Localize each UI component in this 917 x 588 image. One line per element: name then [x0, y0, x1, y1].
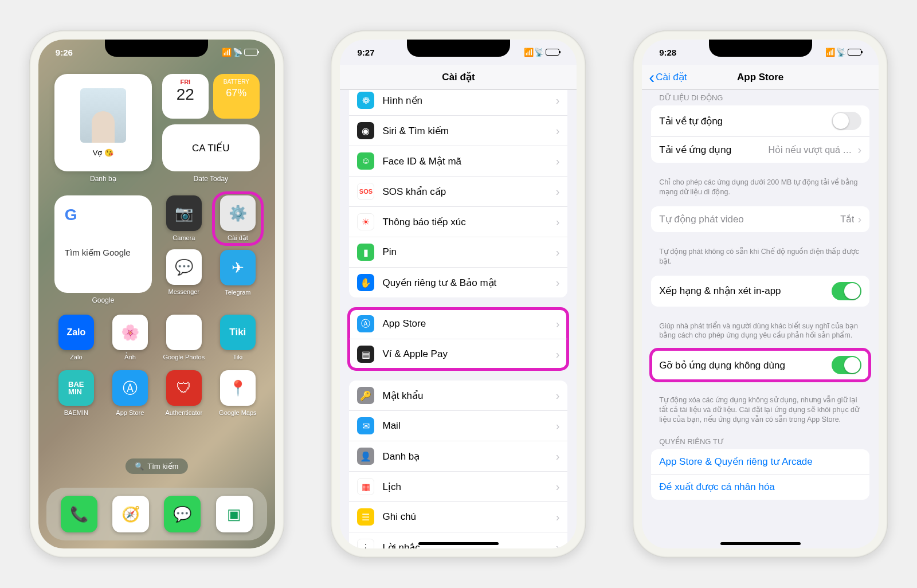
row-mail[interactable]: ✉Mail›: [349, 411, 567, 441]
row-contacts[interactable]: 👤Danh bạ›: [349, 441, 567, 472]
app-appstore[interactable]: ⒶApp Store: [108, 370, 152, 416]
sos-icon: SOS: [357, 183, 374, 200]
widget-caption: Date Today: [162, 175, 260, 183]
date-battery-widget[interactable]: FRI 22 BATTERY 67%: [162, 74, 260, 119]
faceid-icon: ☺: [357, 152, 374, 170]
row-privacy[interactable]: ✋Quyền riêng tư & Bảo mật›: [349, 268, 567, 297]
app-tiki[interactable]: TikiTiki: [216, 315, 260, 361]
toggle-auto-download[interactable]: [832, 112, 861, 130]
row-sos[interactable]: SOSSOS khẩn cấp›: [349, 177, 567, 207]
spotlight-search[interactable]: 🔍Tìm kiếm: [126, 458, 187, 474]
contacts-icon: 👤: [357, 448, 374, 465]
row-video-autoplay[interactable]: Tự động phát videoTắt›: [651, 206, 869, 232]
notes-icon: ☰: [357, 508, 374, 526]
nav-title: Cài đặt: [442, 71, 475, 83]
app-telegram[interactable]: ✈Telegram: [216, 250, 260, 296]
row-wallpaper[interactable]: ❁Hình nền›: [349, 90, 567, 116]
row-passwords[interactable]: 🔑Mật khẩu›: [349, 381, 567, 411]
search-icon: 🔍: [135, 462, 144, 471]
app-baemin[interactable]: BAEMINBAEMIN: [54, 370, 98, 416]
section-footer: Tự động phát không có sẵn khi Chế độ ngu…: [642, 244, 879, 276]
row-app-download[interactable]: Tải về ứng dụngHỏi nếu vượt quá 200…›: [651, 137, 869, 163]
section-footer: Chỉ cho phép các ứng dụng dưới 200 MB tự…: [642, 174, 879, 206]
battery-icon: [848, 49, 861, 56]
chevron-right-icon: ›: [556, 215, 560, 229]
home-indicator[interactable]: [720, 542, 801, 545]
row-calendar[interactable]: ▦Lịch›: [349, 472, 567, 502]
widget-caption: Danh bạ: [54, 175, 152, 183]
widget-caption: Google: [54, 296, 152, 304]
search-widget-text: Tìm kiếm Google: [65, 247, 142, 258]
app-photos[interactable]: 🌸Ảnh: [108, 315, 152, 361]
signal-icon: 📶 📡: [825, 48, 845, 57]
row-rating[interactable]: Xếp hạng & nhận xét in-app: [651, 276, 869, 307]
toggle-rating[interactable]: [832, 282, 861, 300]
date-day: FRI: [167, 79, 204, 85]
row-privacy-arcade[interactable]: App Store & Quyền riêng tư Arcade: [651, 449, 869, 475]
app-google-photos[interactable]: ✦Google Photos: [162, 315, 206, 361]
row-exposure[interactable]: ☀Thông báo tiếp xúc›: [349, 207, 567, 237]
settings-group: Tải về tự động Tải về ứng dụngHỏi nếu vư…: [651, 105, 869, 163]
row-battery[interactable]: ▮Pin›: [349, 237, 567, 268]
row-offload-unused[interactable]: Gỡ bỏ ứng dụng không dùng: [651, 350, 869, 381]
siri-icon: ◉: [357, 122, 374, 139]
chevron-right-icon: ›: [556, 389, 560, 402]
app-zalo[interactable]: ZaloZalo: [54, 315, 98, 361]
row-personalized[interactable]: Đề xuất được cá nhân hóa: [651, 475, 869, 500]
privacy-icon: ✋: [357, 274, 374, 291]
status-time: 9:27: [357, 48, 374, 57]
app-camera[interactable]: 📷Camera: [162, 195, 206, 241]
dock: 📞 🧭 💬 ▣: [46, 488, 267, 540]
row-faceid[interactable]: ☺Face ID & Mật mã›: [349, 146, 567, 177]
countdown-widget[interactable]: CA TIẾU: [162, 124, 260, 171]
notch: [407, 40, 510, 57]
google-search-widget[interactable]: G Tìm kiếm Google: [54, 195, 152, 293]
app-messenger[interactable]: 💬Messenger: [162, 249, 206, 295]
dock-messages[interactable]: 💬: [164, 496, 201, 532]
chevron-right-icon: ›: [556, 511, 560, 524]
chevron-right-icon: ›: [556, 317, 560, 331]
signal-icon: 📶 📡: [222, 48, 242, 57]
chevron-right-icon: ›: [857, 143, 861, 156]
app-settings[interactable]: ⚙️Cài đặt: [216, 195, 260, 242]
nav-title: App Store: [737, 72, 783, 83]
dock-phone[interactable]: 📞: [61, 496, 97, 532]
nav-header: Cài đặt: [340, 65, 577, 90]
settings-group-highlighted: Gỡ bỏ ứng dụng không dùng: [651, 350, 869, 381]
dock-chat[interactable]: ▣: [216, 496, 253, 532]
section-header: QUYỀN RIÊNG TƯ: [642, 434, 879, 449]
settings-group: Xếp hạng & nhận xét in-app: [651, 276, 869, 307]
row-auto-download[interactable]: Tải về tự động: [651, 105, 869, 137]
battery-icon: [546, 49, 559, 56]
battery-setting-icon: ▮: [357, 244, 374, 261]
chevron-right-icon: ›: [556, 420, 560, 433]
calendar-icon: ▦: [357, 478, 374, 495]
dock-safari[interactable]: 🧭: [112, 496, 149, 532]
row-notes[interactable]: ☰Ghi chú›: [349, 502, 567, 532]
app-authenticator[interactable]: 🛡Authenticator: [162, 370, 206, 416]
home-indicator[interactable]: [418, 542, 499, 545]
contact-widget[interactable]: Vợ 😘: [54, 74, 152, 171]
wallet-icon: ▤: [357, 346, 374, 363]
battery-label: BATTERY: [218, 79, 255, 85]
settings-group-highlighted: ⒶApp Store› ▤Ví & Apple Pay›: [349, 309, 567, 369]
toggle-offload[interactable]: [832, 356, 861, 374]
row-reminders[interactable]: ⋮Lời nhắc›: [349, 532, 567, 548]
app-google-maps[interactable]: 📍Google Maps: [216, 370, 260, 416]
chevron-right-icon: ›: [556, 246, 560, 259]
settings-group: App Store & Quyền riêng tư Arcade Đề xuấ…: [651, 449, 869, 500]
settings-group: 🔑Mật khẩu› ✉Mail› 👤Danh bạ› ▦Lịch› ☰Ghi …: [349, 381, 567, 548]
contact-name: Vợ 😘: [93, 148, 113, 157]
row-appstore[interactable]: ⒶApp Store›: [349, 309, 567, 339]
row-siri[interactable]: ◉Siri & Tìm kiếm›: [349, 116, 567, 146]
chevron-right-icon: ›: [556, 124, 560, 138]
back-button[interactable]: Cài đặt: [649, 71, 687, 83]
battery-pct: 67%: [218, 87, 255, 99]
section-header: DỮ LIỆU DI ĐỘNG: [642, 90, 879, 105]
notch: [709, 40, 812, 57]
row-wallet[interactable]: ▤Ví & Apple Pay›: [349, 339, 567, 369]
chevron-right-icon: ›: [556, 450, 560, 463]
signal-icon: 📶 📡: [524, 48, 544, 57]
exposure-icon: ☀: [357, 213, 374, 230]
wallpaper-icon: ❁: [357, 92, 374, 109]
